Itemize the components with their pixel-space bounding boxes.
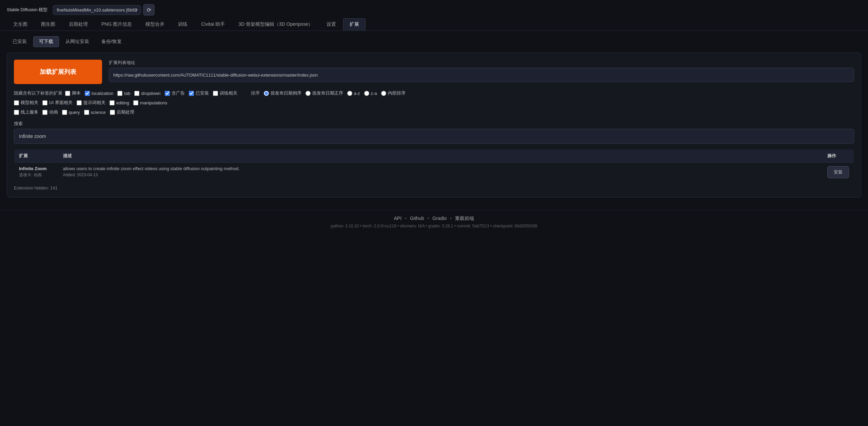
checkbox-group-tags: 模型相关 UI 界面相关 提示词相关 editing manipulations	[14, 100, 854, 106]
tab-txt2img[interactable]: 文生图	[7, 18, 34, 31]
checkbox-dropdown-input[interactable]	[134, 91, 139, 96]
checkbox-dropdown[interactable]: dropdown	[134, 91, 160, 96]
checkbox-prompt-related[interactable]: 提示词相关	[77, 100, 105, 106]
hide-label: 隐藏含有以下标签的扩展	[14, 90, 62, 96]
radio-az-input[interactable]	[347, 91, 352, 96]
radio-date-desc[interactable]: 按发布日期倒序	[264, 90, 301, 96]
sort-label: 排序	[251, 90, 261, 96]
table-body: Infinite Zoom 选项卡, 动画 allows users to cr…	[14, 163, 854, 182]
footer-reload-link[interactable]: 重载前端	[455, 216, 474, 222]
tab-postprocess[interactable]: 后期处理	[62, 18, 94, 31]
install-button[interactable]: 安装	[827, 166, 849, 178]
filter-section: 隐藏含有以下标签的扩展 脚本 localization tab	[14, 90, 854, 115]
th-description: 描述	[58, 149, 823, 163]
checkbox-ads[interactable]: 含广告	[165, 90, 185, 96]
model-selector-wrapper: fiveNutsMixedMix_v10.safetensors [6b9265…	[53, 4, 155, 16]
ext-desc-cell: allows users to create infinite zoom eff…	[58, 163, 823, 182]
table-row: Infinite Zoom 选项卡, 动画 allows users to cr…	[14, 163, 854, 182]
tab-civitai[interactable]: Civitai 助手	[195, 18, 231, 31]
load-list-row: 加载扩展列表 扩展列表地址	[14, 60, 854, 84]
checkbox-manipulations-input[interactable]	[133, 100, 138, 105]
tab-settings[interactable]: 设置	[320, 18, 342, 31]
checkbox-animation-input[interactable]	[42, 110, 47, 115]
radio-internal[interactable]: 内部排序	[381, 90, 406, 96]
checkbox-scripts-input[interactable]	[65, 91, 70, 96]
radio-date-asc-input[interactable]	[305, 91, 311, 96]
app-title: Stable Diffusion 模型	[7, 7, 47, 13]
tab-extensions[interactable]: 扩展	[343, 18, 366, 31]
footer-gradio-link[interactable]: Gradio	[432, 216, 447, 222]
checkbox-group-tags2: 线上服务 动画 query science 后期处理	[14, 109, 854, 115]
hidden-count: Extension hidden: 141	[14, 185, 854, 190]
checkbox-editing-input[interactable]	[110, 100, 115, 105]
tab-3d-openpose[interactable]: 3D 骨架模型编辑（3D Openpose）	[232, 18, 319, 31]
top-bar: Stable Diffusion 模型 fiveNutsMixedMix_v10…	[0, 0, 868, 18]
search-label: 搜索	[14, 121, 854, 127]
subtab-backup[interactable]: 备份/恢复	[96, 36, 127, 47]
ext-desc: allows users to create infinite zoom eff…	[63, 166, 818, 171]
radio-za-input[interactable]	[364, 91, 369, 96]
footer: API • Github • Gradio • 重载前端 python: 3.1…	[0, 210, 868, 234]
model-select-container: fiveNutsMixedMix_v10.safetensors [6b9265…	[53, 5, 141, 15]
checkbox-installed[interactable]: 已安装	[189, 90, 209, 96]
radio-group: 按发布日期倒序 按发布日期正序 a-z z-a	[264, 90, 406, 96]
filter-sort-row: 隐藏含有以下标签的扩展 脚本 localization tab	[14, 90, 854, 96]
checkbox-prompt-related-input[interactable]	[77, 100, 82, 105]
checkbox-training-input[interactable]	[213, 91, 218, 96]
footer-api-link[interactable]: API	[394, 216, 402, 222]
subtab-url-install[interactable]: 从网址安装	[60, 36, 95, 47]
radio-internal-input[interactable]	[381, 91, 386, 96]
tab-png-info[interactable]: PNG 图片信息	[95, 18, 138, 31]
tab-model-merge[interactable]: 模型合并	[139, 18, 171, 31]
checkbox-query-input[interactable]	[62, 110, 67, 115]
extensions-table: 扩展 描述 操作 Infinite Zoom 选项卡, 动画 allows us…	[14, 149, 854, 182]
ext-action-cell: 安装	[823, 163, 854, 182]
url-input[interactable]	[109, 68, 854, 82]
radio-az[interactable]: a-z	[347, 91, 360, 96]
checkbox-localization-input[interactable]	[85, 91, 90, 96]
checkbox-editing[interactable]: editing	[110, 100, 129, 105]
checkbox-installed-input[interactable]	[189, 91, 194, 96]
sort-block: 排序 按发布日期倒序 按发布日期正序 a-z	[251, 90, 406, 96]
checkbox-science[interactable]: science	[84, 110, 106, 115]
model-select[interactable]: fiveNutsMixedMix_v10.safetensors [6b9265…	[53, 5, 141, 15]
checkbox-manipulations[interactable]: manipulations	[133, 100, 167, 105]
checkbox-science-input[interactable]	[84, 110, 89, 115]
load-list-button[interactable]: 加载扩展列表	[14, 60, 102, 84]
refresh-model-button[interactable]: ⟳	[143, 4, 155, 16]
radio-date-asc[interactable]: 按发布日期正序	[305, 90, 343, 96]
radio-date-desc-input[interactable]	[264, 91, 269, 96]
checkbox-localization[interactable]: localization	[85, 91, 113, 96]
footer-github-link[interactable]: Github	[410, 216, 424, 222]
checkbox-online-service-input[interactable]	[14, 110, 19, 115]
ext-tags: 选项卡, 动画	[19, 172, 54, 178]
tab-img2img[interactable]: 图生图	[35, 18, 62, 31]
checkbox-model-related-input[interactable]	[14, 100, 19, 105]
footer-info: python: 3.10.10 • torch: 2.0.0+cu118 • x…	[5, 224, 863, 228]
checkbox-ui-related-input[interactable]	[42, 100, 47, 105]
tab-train[interactable]: 训练	[172, 18, 194, 31]
subtab-available[interactable]: 可下载	[33, 36, 59, 47]
checkbox-tab-input[interactable]	[117, 91, 122, 96]
ext-name: Infinite Zoom	[19, 166, 54, 171]
ext-date: Added: 2023-04-13	[63, 173, 818, 177]
search-input[interactable]	[14, 129, 854, 144]
checkbox-training[interactable]: 训练相关	[213, 90, 237, 96]
checkbox-model-related[interactable]: 模型相关	[14, 100, 38, 106]
checkbox-scripts[interactable]: 脚本	[65, 90, 81, 96]
checkbox-postprocess-input[interactable]	[110, 110, 115, 115]
checkbox-online-service[interactable]: 线上服务	[14, 109, 38, 115]
search-section: 搜索	[14, 121, 854, 144]
subtab-installed[interactable]: 已安装	[7, 36, 33, 47]
th-extension: 扩展	[14, 149, 58, 163]
checkbox-ui-related[interactable]: UI 界面相关	[42, 100, 73, 106]
radio-za[interactable]: z-a	[364, 91, 377, 96]
checkbox-query[interactable]: query	[62, 110, 80, 115]
checkbox-tab[interactable]: tab	[117, 91, 130, 96]
th-action: 操作	[823, 149, 854, 163]
checkbox-ads-input[interactable]	[165, 91, 170, 96]
checkbox-animation[interactable]: 动画	[42, 109, 58, 115]
table-header: 扩展 描述 操作	[14, 149, 854, 163]
url-section: 扩展列表地址	[109, 60, 854, 82]
checkbox-postprocess[interactable]: 后期处理	[110, 109, 134, 115]
